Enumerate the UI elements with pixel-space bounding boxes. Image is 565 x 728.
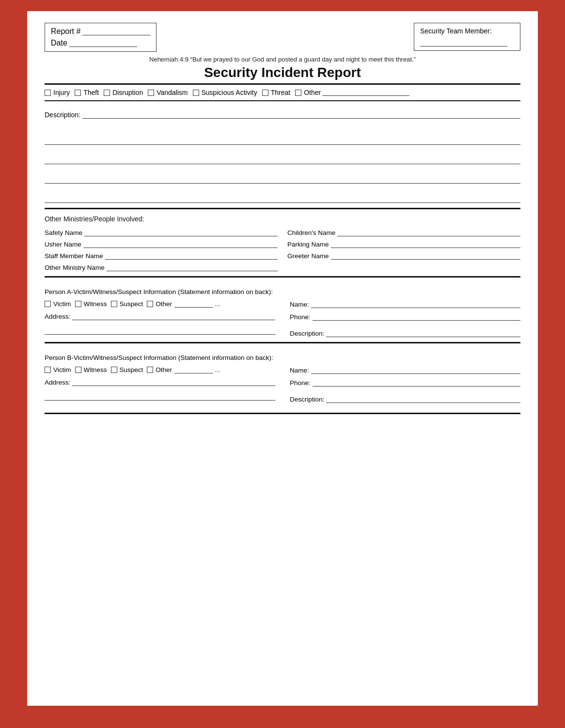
desc-b-input[interactable] [326, 395, 520, 403]
disruption-label: Disruption [112, 89, 143, 96]
person-b-witness-check[interactable]: Witness [75, 366, 107, 373]
parking-name-label: Parking Name [287, 241, 329, 248]
vandalism-checkbox[interactable] [148, 90, 154, 96]
person-b-phone: Phone: [290, 379, 520, 387]
person-a-description: Description: [290, 329, 520, 337]
address-a-input[interactable] [72, 312, 275, 320]
other-a-label: Other [156, 300, 172, 308]
staff-member-label: Staff Member Name [45, 252, 103, 260]
victim-a-checkbox[interactable] [45, 301, 51, 307]
injury-checkbox[interactable] [45, 90, 51, 96]
victim-a-label: Victim [53, 300, 71, 308]
name-b-input[interactable] [311, 366, 520, 374]
staff-member-field: Staff Member Name [45, 252, 278, 260]
phone-a-input[interactable] [313, 313, 520, 321]
address-b-input[interactable] [72, 378, 275, 386]
desc-line-4[interactable] [45, 169, 520, 184]
person-b-description: Description: [290, 395, 520, 403]
desc-line-5[interactable] [45, 188, 520, 203]
person-a-address: Address: [45, 312, 275, 320]
address-a-label: Address: [45, 313, 70, 320]
parking-name-input[interactable] [331, 240, 520, 248]
address-b-line2[interactable] [45, 391, 275, 401]
person-b-suspect-check[interactable]: Suspect [111, 366, 143, 373]
date-label: Date [51, 39, 67, 47]
divider-4 [45, 413, 520, 414]
ministries-left: Safety Name Usher Name Staff Member Name… [45, 229, 278, 271]
checkbox-vandalism[interactable]: Vandalism [148, 89, 188, 96]
person-a-witness-check[interactable]: Witness [75, 300, 107, 308]
person-a-phone: Phone: [290, 313, 520, 321]
other-label: Other [304, 89, 321, 96]
victim-b-checkbox[interactable] [45, 367, 51, 373]
security-member-input[interactable] [420, 39, 507, 46]
name-b-label: Name: [290, 367, 309, 374]
disruption-checkbox[interactable] [104, 90, 110, 96]
desc-line-2[interactable] [45, 130, 520, 145]
other-ministry-input[interactable] [107, 263, 278, 271]
other-ministry-field: Other Ministry Name [45, 263, 278, 271]
usher-name-input[interactable] [83, 240, 278, 248]
childrens-name-label: Children's Name [287, 229, 335, 236]
person-b-checkboxes: Victim Witness Suspect Other ... [45, 366, 275, 373]
bible-quote: Nehemiah 4:9 “But we prayed to our God a… [45, 56, 520, 63]
security-member-label: Security Team Member: [420, 27, 514, 35]
description-line-1[interactable] [82, 108, 520, 119]
person-a-checkboxes: Victim Witness Suspect Other ... [45, 300, 275, 308]
checkbox-threat[interactable]: Threat [262, 89, 290, 96]
safety-name-input[interactable] [84, 229, 278, 236]
person-a-title: Person A-Victim/Witness/Suspect Informat… [45, 288, 520, 295]
checkbox-suspicious[interactable]: Suspicious Activity [193, 89, 257, 96]
report-page: Report # Date Security Team Member: Nehe… [26, 10, 539, 707]
form-title: Security Incident Report [45, 65, 520, 80]
safety-name-label: Safety Name [45, 229, 82, 236]
checkbox-other[interactable]: Other [295, 89, 409, 96]
name-a-input[interactable] [311, 300, 520, 308]
checkbox-injury[interactable]: Injury [45, 89, 70, 96]
ministries-grid: Safety Name Usher Name Staff Member Name… [45, 229, 520, 271]
threat-checkbox[interactable] [262, 90, 268, 96]
other-a-checkbox[interactable] [147, 301, 153, 307]
address-a-line2[interactable] [45, 325, 275, 335]
desc-a-input[interactable] [326, 329, 520, 337]
date-input[interactable] [69, 39, 137, 47]
other-b-checkbox[interactable] [147, 367, 153, 373]
other-checkbox[interactable] [295, 90, 301, 96]
suspect-a-checkbox[interactable] [111, 301, 117, 307]
usher-name-field: Usher Name [45, 240, 278, 248]
other-b-dots: ... [215, 366, 220, 373]
person-a-section: Person A-Victim/Witness/Suspect Informat… [45, 283, 520, 337]
witness-a-label: Witness [84, 300, 107, 308]
witness-b-checkbox[interactable] [75, 367, 81, 373]
other-fill-input[interactable] [322, 89, 409, 96]
divider-2 [45, 276, 520, 278]
description-lines [45, 122, 520, 203]
person-b-victim-check[interactable]: Victim [45, 366, 71, 373]
other-b-fill[interactable] [174, 367, 213, 373]
checkbox-disruption[interactable]: Disruption [104, 89, 143, 96]
phone-a-label: Phone: [290, 313, 311, 321]
report-number-input[interactable] [82, 28, 150, 35]
desc-line-3[interactable] [45, 150, 520, 164]
phone-b-input[interactable] [313, 379, 520, 387]
threat-label: Threat [271, 89, 290, 96]
staff-member-input[interactable] [105, 252, 278, 260]
person-a-suspect-check[interactable]: Suspect [111, 300, 143, 308]
greeter-name-field: Greeter Name [287, 252, 520, 260]
childrens-name-field: Children's Name [287, 229, 520, 236]
suspicious-checkbox[interactable] [193, 90, 199, 96]
childrens-name-input[interactable] [337, 229, 520, 236]
usher-name-label: Usher Name [45, 241, 81, 248]
divider-1 [45, 208, 520, 209]
greeter-name-input[interactable] [331, 252, 520, 260]
person-a-victim-check[interactable]: Victim [45, 300, 71, 308]
witness-b-label: Witness [84, 366, 107, 373]
security-member-box: Security Team Member: [414, 23, 520, 51]
suspect-b-checkbox[interactable] [111, 367, 117, 373]
other-a-fill[interactable] [174, 301, 213, 308]
witness-a-checkbox[interactable] [75, 301, 81, 307]
person-b-other-check[interactable]: Other ... [147, 366, 220, 373]
theft-checkbox[interactable] [75, 90, 81, 96]
person-a-other-check[interactable]: Other ... [147, 300, 220, 308]
checkbox-theft[interactable]: Theft [75, 89, 99, 96]
